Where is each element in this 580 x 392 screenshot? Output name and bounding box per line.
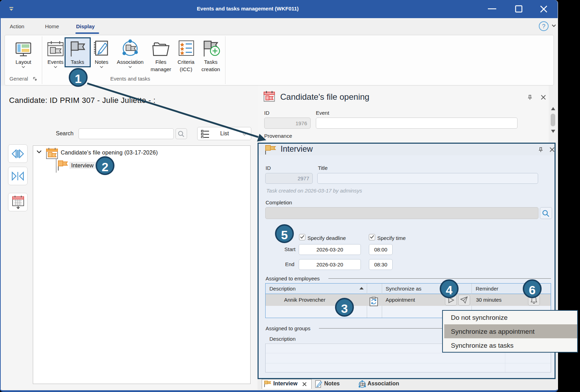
svg-text:?: ? [542,23,545,30]
